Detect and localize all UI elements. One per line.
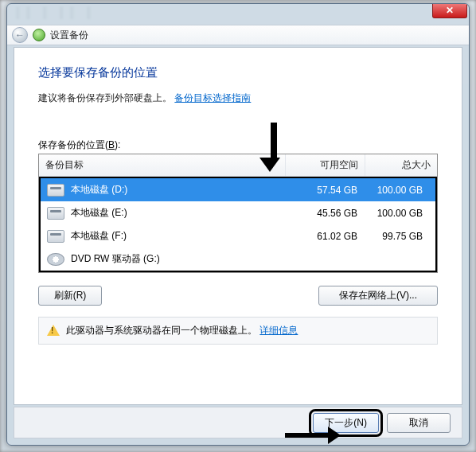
page-heading: 选择要保存备份的位置 bbox=[38, 65, 438, 80]
advice-link[interactable]: 备份目标选择指南 bbox=[174, 92, 251, 103]
footer: 下一步(N) 取消 bbox=[14, 407, 462, 438]
back-button[interactable]: ← bbox=[12, 27, 28, 43]
advice-text: 建议将备份保存到外部硬盘上。 备份目标选择指南 bbox=[38, 92, 438, 105]
drive-table: 备份目标 可用空间 总大小 本地磁盘 (D:)57.54 GB100.00 GB… bbox=[38, 154, 438, 273]
titlebar: ✕ bbox=[7, 4, 469, 25]
drive-total-size: 100.00 GB bbox=[357, 185, 429, 196]
col-header-total[interactable]: 总大小 bbox=[365, 154, 437, 176]
refresh-button[interactable]: 刷新(R) bbox=[38, 286, 102, 306]
button-row: 刷新(R) 保存在网络上(V)... bbox=[38, 286, 438, 306]
table-row[interactable]: 本地磁盘 (E:)45.56 GB100.00 GB bbox=[41, 201, 435, 224]
warning-text: 此驱动器与系统驱动器在同一个物理磁盘上。 bbox=[66, 325, 257, 336]
close-button[interactable]: ✕ bbox=[432, 4, 467, 18]
drive-free-space: 45.56 GB bbox=[278, 208, 357, 219]
back-arrow-icon: ← bbox=[15, 29, 25, 41]
drive-total-size: 100.00 GB bbox=[357, 208, 429, 219]
drive-free-space: 61.02 GB bbox=[278, 231, 357, 242]
table-body: 本地磁盘 (D:)57.54 GB100.00 GB本地磁盘 (E:)45.56… bbox=[39, 177, 437, 272]
wizard-header: ← 设置备份 bbox=[7, 25, 469, 45]
drive-free-space: 57.54 GB bbox=[278, 185, 357, 196]
wizard-window: ✕ ← 设置备份 选择要保存备份的位置 建议将备份保存到外部硬盘上。 备份目标选… bbox=[6, 3, 470, 446]
hdd-drive-icon bbox=[47, 230, 64, 243]
close-icon: ✕ bbox=[446, 5, 454, 16]
drive-name: 本地磁盘 (F:) bbox=[71, 229, 278, 243]
warning-details-link[interactable]: 详细信息 bbox=[259, 325, 298, 336]
warning-panel: 此驱动器与系统驱动器在同一个物理磁盘上。 详细信息 bbox=[38, 317, 438, 345]
location-label-pre: 保存备份的位置( bbox=[38, 139, 108, 150]
dvd-drive-icon bbox=[47, 253, 64, 266]
wizard-title: 设置备份 bbox=[50, 29, 88, 42]
warning-text-wrap: 此驱动器与系统驱动器在同一个物理磁盘上。 详细信息 bbox=[66, 324, 298, 337]
table-row[interactable]: DVD RW 驱动器 (G:) bbox=[41, 247, 435, 271]
hdd-drive-icon bbox=[47, 184, 64, 197]
table-header: 备份目标 可用空间 总大小 bbox=[39, 154, 437, 177]
col-header-target[interactable]: 备份目标 bbox=[39, 154, 286, 176]
client-area: 选择要保存备份的位置 建议将备份保存到外部硬盘上。 备份目标选择指南 保存备份的… bbox=[14, 47, 462, 405]
warning-icon bbox=[47, 325, 60, 336]
location-label-post: ): bbox=[115, 139, 120, 150]
table-row[interactable]: 本地磁盘 (D:)57.54 GB100.00 GB bbox=[41, 178, 435, 201]
next-button[interactable]: 下一步(N) bbox=[313, 413, 379, 433]
table-row[interactable]: 本地磁盘 (F:)61.02 GB99.75 GB bbox=[41, 224, 435, 247]
hdd-drive-icon bbox=[47, 207, 64, 220]
drive-name: 本地磁盘 (E:) bbox=[71, 206, 278, 220]
location-label-key: B bbox=[108, 139, 115, 150]
save-on-network-button[interactable]: 保存在网络上(V)... bbox=[318, 286, 438, 306]
wizard-icon bbox=[33, 29, 45, 41]
drive-name: DVD RW 驱动器 (G:) bbox=[71, 252, 278, 266]
drive-total-size: 99.75 GB bbox=[357, 231, 429, 242]
advice-prefix: 建议将备份保存到外部硬盘上。 bbox=[38, 92, 172, 103]
cancel-button[interactable]: 取消 bbox=[387, 413, 451, 433]
col-header-free[interactable]: 可用空间 bbox=[286, 154, 365, 176]
location-label: 保存备份的位置(B): bbox=[38, 138, 438, 152]
drive-name: 本地磁盘 (D:) bbox=[71, 183, 278, 197]
